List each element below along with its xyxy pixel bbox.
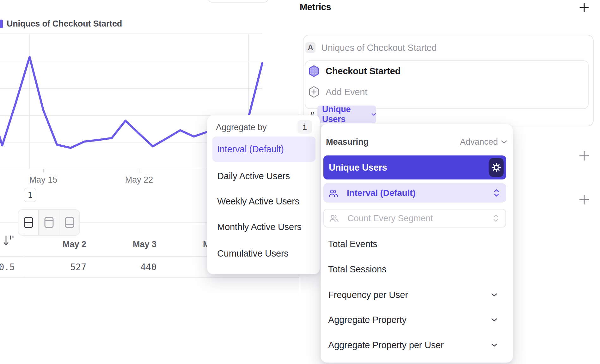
measuring-option-aggregate-property[interactable]: Aggregate Property	[328, 311, 506, 329]
layout-toggle-group	[18, 209, 80, 236]
metric-card-title: Uniques of Checkout Started	[321, 43, 437, 53]
table-row-label: 0.5	[0, 257, 15, 277]
measuring-option-total-events[interactable]: Total Events	[328, 235, 506, 253]
event-name[interactable]: Checkout Started	[326, 66, 401, 76]
sub-option-label: Count Every Segment	[347, 213, 433, 223]
aggregate-option-interval-default[interactable]: Interval (Default)	[212, 136, 315, 162]
insights-report-screen: Uniques of Checkout Started May 15May 22…	[0, 0, 600, 364]
advanced-label: Advanced	[460, 137, 498, 147]
users-icon	[329, 189, 338, 197]
chevron-up-down-icon	[494, 189, 499, 197]
aggregate-option-daily-active-users[interactable]: Daily Active Users	[212, 167, 315, 185]
split-bottom-icon	[64, 216, 75, 228]
measuring-option-unique-users[interactable]: Unique Users	[323, 155, 506, 179]
measuring-title: Measuring	[326, 137, 369, 147]
x-axis-tick-label: May 15	[29, 175, 58, 185]
users-icon	[329, 214, 339, 222]
chevron-down-icon	[501, 140, 507, 144]
metrics-section-title: Metrics	[300, 2, 331, 12]
table-cell: 440	[95, 257, 165, 277]
option-label: Aggregate Property	[328, 315, 407, 325]
aggregate-option-weekly-active-users[interactable]: Weekly Active Users	[212, 192, 315, 211]
option-label: Aggregate Property per User	[328, 340, 444, 350]
table-row-border	[0, 277, 299, 278]
measuring-sub-option-count-every-segment[interactable]: Count Every Segment	[323, 209, 506, 228]
chevron-down-icon	[491, 343, 497, 347]
aggregate-option-cumulative-users[interactable]: Cumulative Users	[212, 244, 315, 263]
pagination-page-button[interactable]: 1	[24, 188, 36, 202]
x-axis-tick-label: May 22	[125, 175, 153, 185]
info-icon[interactable]: i	[297, 120, 312, 134]
aggregate-option-monthly-active-users[interactable]: Monthly Active Users	[212, 217, 315, 236]
option-label: Total Sessions	[328, 264, 386, 275]
measuring-option-frequency-per-user[interactable]: Frequency per User	[328, 286, 506, 304]
layout-top-bar-button[interactable]	[38, 210, 59, 235]
split-horizontal-icon	[23, 216, 34, 228]
aggregate-by-title: Aggregate by	[216, 123, 267, 132]
sub-option-label: Interval (Default)	[347, 188, 415, 198]
unique-users-label: Unique Users	[329, 162, 387, 173]
measuring-option-aggregate-property-per-user[interactable]: Aggregate Property per User	[328, 336, 506, 354]
measurement-chip-label: Unique Users	[322, 105, 368, 124]
add-event-hexagon-icon	[309, 86, 319, 98]
table-column-header[interactable]: May 3	[95, 233, 165, 256]
option-label: Frequency per User	[328, 290, 408, 300]
gear-icon[interactable]	[489, 158, 504, 177]
event-hexagon-icon	[309, 65, 319, 77]
add-metric-button[interactable]	[579, 3, 589, 12]
metric-letter-badge: A	[305, 42, 315, 53]
table-cell: 527	[24, 257, 95, 277]
measuring-sub-option-interval[interactable]: Interval (Default)	[323, 183, 506, 203]
chevron-down-icon	[371, 113, 376, 116]
add-breakdown-button[interactable]	[579, 195, 589, 205]
cell-value: 440	[140, 262, 156, 272]
split-top-icon	[44, 216, 54, 228]
sort-descending-icon[interactable]	[3, 235, 15, 248]
advanced-toggle[interactable]: Advanced	[460, 137, 507, 147]
layout-bottom-bar-button[interactable]	[59, 210, 79, 235]
layout-split-horizontal-button[interactable]	[18, 210, 38, 235]
chevron-down-icon	[491, 318, 497, 322]
add-event-button[interactable]: Add Event	[326, 87, 367, 97]
column-header-label: May 2	[63, 240, 86, 249]
table-column-header[interactable]: May 2	[24, 233, 95, 256]
column-header-label: May 3	[133, 240, 156, 249]
measurement-chip[interactable]: Unique Users	[317, 106, 376, 123]
option-label: Total Events	[328, 239, 377, 249]
chevron-down-icon	[491, 293, 497, 297]
add-filter-button[interactable]	[579, 151, 589, 161]
chevron-up-down-icon	[493, 215, 499, 222]
measuring-option-total-sessions[interactable]: Total Sessions	[328, 260, 506, 278]
cell-value: 527	[70, 262, 86, 272]
